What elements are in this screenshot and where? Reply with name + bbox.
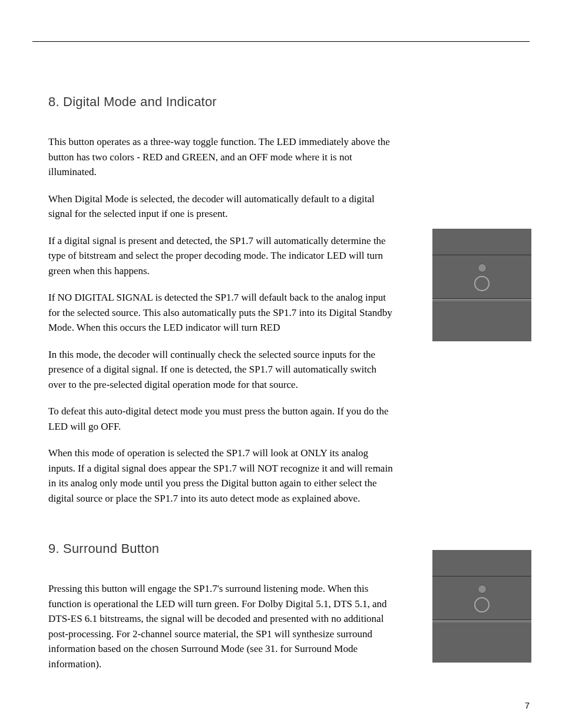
panel-mid-section [432,576,531,620]
paragraph: Pressing this button will engage the SP1… [48,581,396,671]
panel-divider [432,299,531,303]
paragraph: When this mode of operation is selected … [48,446,396,506]
led-indicator-icon [478,585,487,594]
panel-top-section [432,229,531,255]
panel-divider [432,620,531,624]
paragraph: When Digital Mode is selected, the decod… [48,192,396,222]
paragraph: In this mode, the decoder will continual… [48,347,396,393]
panel-mid-section [432,255,531,299]
panel-bottom-section [432,303,531,341]
paragraph: To defeat this auto-digital detect mode … [48,404,396,434]
page-content: 8. Digital Mode and Indicator This butto… [48,94,514,707]
body-text-digital-mode: This button operates as a three-way togg… [48,134,396,506]
paragraph: This button operates as a three-way togg… [48,134,396,180]
panel-button-icon [474,276,490,291]
panel-button-icon [474,597,490,612]
led-indicator-icon [478,263,487,272]
paragraph: If NO DIGITAL SIGNAL is detected the SP1… [48,290,396,335]
device-panel-surround [432,550,531,663]
panel-top-section [432,550,531,576]
body-text-surround-button: Pressing this button will engage the SP1… [48,581,396,671]
panel-bottom-section [432,624,531,663]
page-number: 7 [525,700,530,710]
paragraph: If a digital signal is present and detec… [48,233,396,279]
top-divider [32,41,530,42]
heading-digital-mode: 8. Digital Mode and Indicator [48,94,514,110]
device-panel-digital [432,229,531,341]
